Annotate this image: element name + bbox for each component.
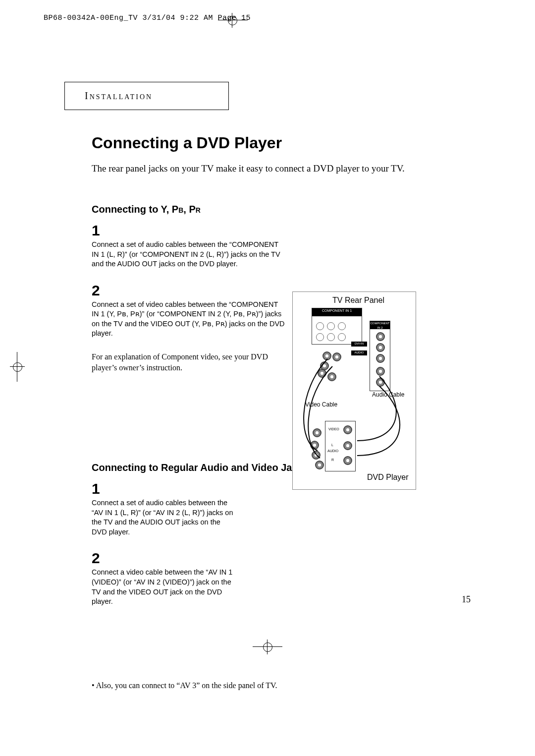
part2-step1-text: Connect a set of audio cables between th… (92, 498, 235, 537)
registration-mark-top (218, 13, 248, 28)
part1-heading-pb: Pb (172, 204, 183, 215)
part1-note: For an explanation of Component video, s… (92, 351, 290, 373)
part1-heading-sep: , (183, 204, 189, 215)
diag1-cables (293, 292, 417, 490)
diagram-component: TV Rear Panel COMPONENT IN 1 COMPONENT I… (292, 291, 416, 490)
part2-step2-number: 2 (92, 550, 468, 567)
part1-body: TV Rear Panel COMPONENT IN 1 COMPONENT I… (92, 222, 468, 373)
part1-step1-text: Connect a set of audio cables between th… (92, 240, 285, 269)
part1-heading-pr: Pr (189, 204, 200, 215)
part1-heading-prefix: Connecting to Y, (92, 204, 172, 215)
page-title: Connecting a DVD Player (92, 134, 468, 152)
section-box: Installation (64, 82, 229, 110)
registration-mark-left (10, 352, 25, 382)
part1-heading: Connecting to Y, Pb, Pr (92, 204, 468, 215)
part2-step1-number: 1 (92, 480, 468, 497)
footnote: • Also, you can connect to “AV 3” on the… (92, 681, 468, 690)
part2-step2-text: Connect a video cable between the “AV IN… (92, 568, 235, 606)
part1-step2-text: Connect a set of video cables between th… (92, 300, 285, 339)
intro-text: The rear panel jacks on your TV make it … (92, 163, 468, 174)
section-label: Installation (85, 90, 153, 102)
page-number: 15 (462, 594, 471, 605)
part1-step1-number: 1 (92, 222, 468, 239)
part2-body: TV Rear Panel AV IN / OUT VIDEO L - AUDI… (92, 480, 468, 607)
